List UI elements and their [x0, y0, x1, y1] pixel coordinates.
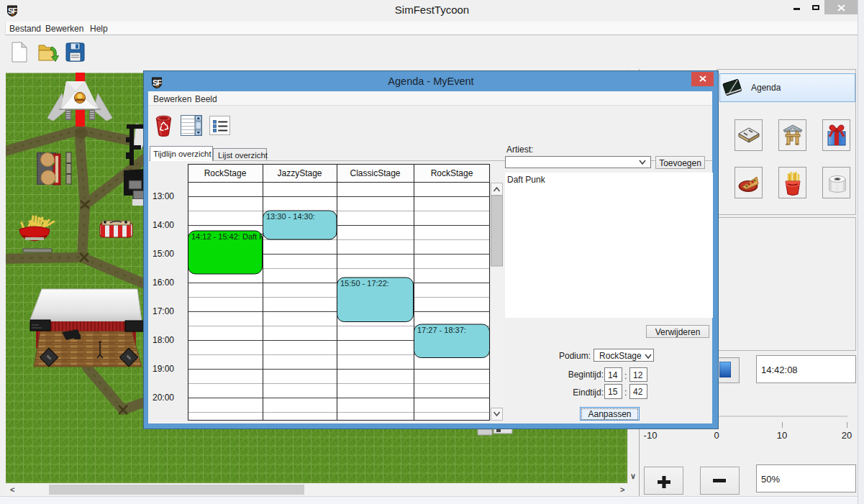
svg-text:19:00: 19:00 — [153, 364, 174, 374]
svg-text:16:00: 16:00 — [153, 278, 174, 288]
svg-text:RockStage: RockStage — [204, 168, 247, 178]
svg-text:14:00: 14:00 — [153, 220, 174, 230]
svg-text:17:00: 17:00 — [153, 306, 174, 316]
svg-text:15:00: 15:00 — [153, 249, 174, 259]
svg-text:18:00: 18:00 — [153, 335, 174, 345]
svg-text:SF: SF — [8, 6, 17, 15]
svg-text:13:00: 13:00 — [153, 191, 174, 201]
svg-text:ClassicStage: ClassicStage — [350, 168, 400, 178]
svg-text:JazzyStage: JazzyStage — [277, 168, 322, 178]
svg-text:RockStage: RockStage — [431, 168, 473, 178]
svg-text:SF: SF — [153, 78, 162, 87]
svg-text:20:00: 20:00 — [153, 393, 174, 403]
svg-text:13:30 - 14:30:: 13:30 - 14:30: — [266, 212, 315, 221]
svg-text:17:27 - 18:37:: 17:27 - 18:37: — [417, 326, 466, 334]
svg-text:15:50 - 17:22:: 15:50 - 17:22: — [340, 279, 389, 288]
